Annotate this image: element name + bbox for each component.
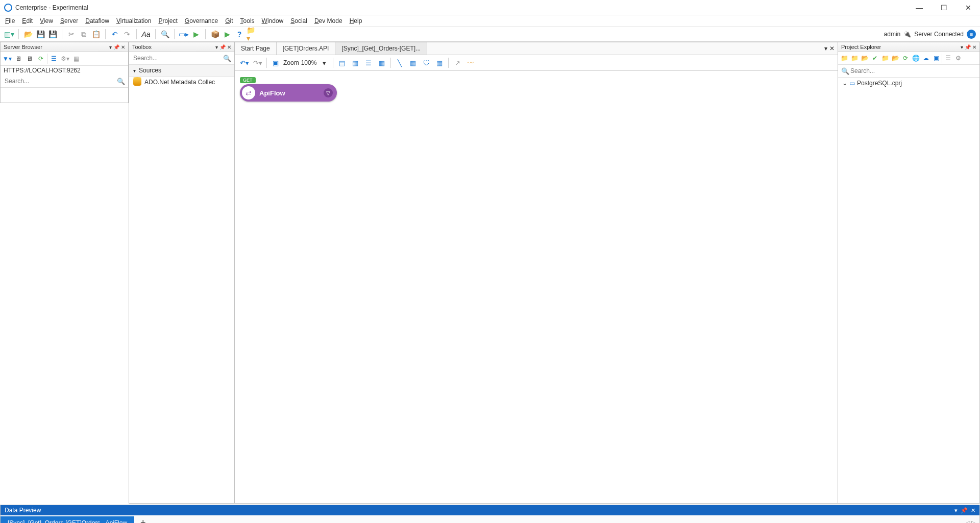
menu-dataflow[interactable]: Dataflow [85, 17, 109, 24]
menu-dev-mode[interactable]: Dev Mode [314, 17, 342, 24]
layout2-icon[interactable]: ▦ [350, 57, 361, 68]
menu-governance[interactable]: Governance [185, 17, 218, 24]
fit-icon[interactable]: ▣ [270, 57, 281, 68]
tab-close-icon[interactable]: ✕ [829, 45, 835, 52]
server-search-input[interactable] [4, 77, 117, 86]
menu-git[interactable]: Git [225, 17, 233, 24]
grid-cfg-icon[interactable]: ▦ [407, 57, 419, 68]
add-tab-button[interactable]: + [134, 515, 152, 523]
zoom-dropdown-icon[interactable]: ▾ [318, 57, 330, 68]
server-remove-icon[interactable]: 🖥 [24, 54, 35, 64]
pe-icon-2[interactable]: 📁 [850, 54, 859, 63]
editor-tab[interactable]: Start Page [235, 42, 277, 55]
toolbox-category-sources[interactable]: Sources [129, 65, 234, 77]
panel-pin-icon[interactable]: 📌 [961, 507, 968, 514]
paste-icon[interactable]: 📋 [91, 29, 101, 39]
settings-icon[interactable]: ⚙▾ [60, 54, 70, 64]
line-icon[interactable]: ╲ [394, 57, 405, 68]
undo-icon[interactable]: ↶▾ [239, 57, 250, 68]
shield-icon[interactable]: 🛡 [421, 57, 432, 68]
list-icon[interactable]: ☰ [48, 54, 59, 64]
pe-refresh-icon[interactable]: ⟳ [901, 54, 910, 63]
layout3-icon[interactable]: ☰ [363, 57, 374, 68]
menu-view[interactable]: View [40, 17, 53, 24]
open-folder-icon[interactable]: 📂 [23, 29, 33, 39]
pe-cloud-icon[interactable]: ☁ [921, 54, 930, 63]
pe-icon-3[interactable]: 📂 [860, 54, 869, 63]
layout1-icon[interactable]: ▤ [336, 57, 348, 68]
copy-icon[interactable]: ⧉ [79, 29, 89, 39]
tab-dropdown-icon[interactable]: ▾ [824, 45, 827, 52]
menu-help[interactable]: Help [350, 17, 362, 24]
panel-close-icon[interactable]: ✕ [121, 44, 125, 50]
menu-file[interactable]: File [5, 17, 15, 24]
grid-icon[interactable]: ▦ [71, 54, 81, 64]
panel-close-icon[interactable]: ✕ [972, 44, 976, 50]
find-icon[interactable]: 🔍 [160, 29, 170, 39]
pe-db-icon[interactable]: ▣ [932, 54, 941, 63]
menu-project[interactable]: Project [158, 17, 177, 24]
panel-dropdown-icon[interactable]: ▾ [961, 44, 963, 50]
panel-pin-icon[interactable]: 📌 [113, 44, 119, 50]
toolbox-search-input[interactable] [132, 54, 223, 63]
editor-tab[interactable]: [Sync]_[Get]_Orders-[GET]... [335, 42, 427, 55]
panel-dropdown-icon[interactable]: ▾ [954, 507, 958, 514]
apiflow-node[interactable]: ⇄ ApiFlow ▽ [240, 84, 337, 102]
pe-icon-1[interactable]: 📁 [840, 54, 849, 63]
redo-icon[interactable]: ↷▾ [252, 57, 263, 68]
minimize-button[interactable]: — [912, 4, 927, 12]
run-icon[interactable]: ▭▸ [179, 29, 189, 39]
pe-list-icon[interactable]: ☰ [943, 54, 952, 63]
export-icon[interactable]: ↗ [452, 57, 463, 68]
undo-icon[interactable]: ↶ [110, 29, 120, 39]
pe-gear-icon[interactable]: ⚙ [953, 54, 963, 63]
pe-icon-5[interactable]: 📁 [880, 54, 890, 63]
menu-edit[interactable]: Edit [22, 17, 33, 24]
pe-globe-icon[interactable]: 🌐 [911, 54, 920, 63]
canvas[interactable]: GET ⇄ ApiFlow ▽ [235, 71, 838, 503]
cut-icon[interactable]: ✂ [66, 29, 77, 39]
panel-dropdown-icon[interactable]: ▾ [109, 44, 112, 50]
menu-social[interactable]: Social [290, 17, 307, 24]
refresh-icon[interactable]: ⟳ [36, 54, 46, 64]
deploy-icon[interactable]: ▶ [191, 29, 201, 39]
package-icon[interactable]: 📦 [210, 29, 220, 39]
wave-icon[interactable]: 〰 [465, 57, 476, 68]
maximize-button[interactable]: ☐ [936, 4, 951, 12]
menu-virtualization[interactable]: Virtualization [116, 17, 152, 24]
folder-icon[interactable]: 📁▾ [247, 29, 257, 39]
save-all-icon[interactable]: 💾 [47, 29, 58, 39]
panel-dropdown-icon[interactable]: ▾ [215, 44, 218, 50]
filter-icon[interactable]: ▼▾ [2, 54, 12, 64]
panel-pin-icon[interactable]: 📌 [219, 44, 226, 50]
dp-nav-icons[interactable]: ◁ ▷ [966, 519, 979, 523]
menu-window[interactable]: Window [262, 17, 284, 24]
search-icon[interactable]: 🔍 [117, 78, 125, 85]
calendar-icon[interactable]: ▦ [434, 57, 445, 68]
menu-tools[interactable]: Tools [240, 17, 255, 24]
dp-tab[interactable]: [Sync]_[Get]_Orders-[GET]Orders - ApiFlo… [1, 516, 134, 524]
status-badge-icon[interactable]: ≡ [967, 30, 976, 39]
close-button[interactable]: ✕ [961, 4, 976, 12]
table-icon[interactable]: ▦ [376, 57, 387, 68]
pe-icon-6[interactable]: 📂 [891, 54, 900, 63]
save-icon[interactable]: 💾 [35, 29, 45, 39]
redo-icon[interactable]: ↷ [122, 29, 132, 39]
search-icon[interactable]: 🔍 [841, 67, 849, 75]
node-dropdown-icon[interactable]: ▽ [324, 88, 333, 97]
panel-close-icon[interactable]: ✕ [971, 507, 975, 514]
menu-server[interactable]: Server [60, 17, 78, 24]
server-add-icon[interactable]: 🖥 [13, 54, 23, 64]
pe-search-input[interactable] [849, 66, 976, 76]
search-icon[interactable]: 🔍 [223, 55, 231, 62]
help-icon[interactable]: ? [234, 29, 244, 39]
new-icon[interactable]: ▥▾ [4, 29, 14, 39]
font-icon[interactable]: Aa [141, 29, 151, 39]
pe-icon-4[interactable]: ✔ [870, 54, 879, 63]
toolbox-item-ado[interactable]: ADO.Net Metadata Collec [129, 77, 234, 88]
panel-pin-icon[interactable]: 📌 [965, 44, 971, 50]
panel-close-icon[interactable]: ✕ [227, 44, 231, 50]
editor-tab[interactable]: [GET]Orders.API [277, 42, 336, 55]
play-icon[interactable]: ▶ [222, 29, 232, 39]
project-root[interactable]: ⌄ ▭ PostgreSQL.cprj [842, 80, 975, 87]
